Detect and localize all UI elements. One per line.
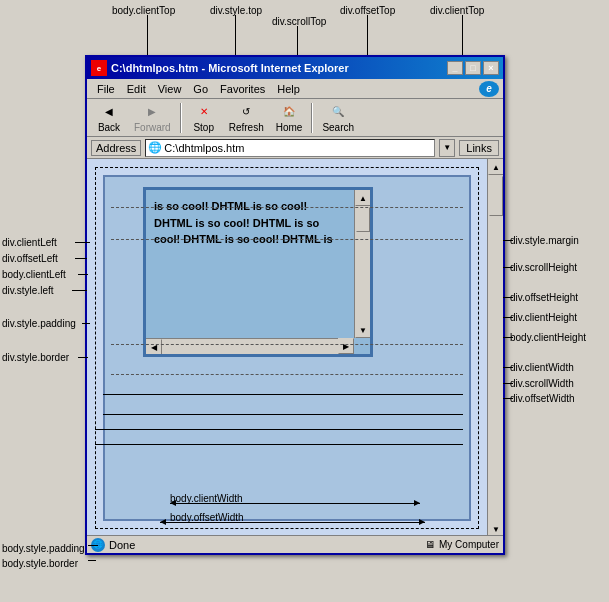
line-body-client-left: [78, 274, 88, 275]
line-div-style-border: [78, 357, 88, 358]
line-div-style-left: [72, 290, 87, 291]
arrow-left2: [160, 519, 166, 525]
status-right-text: My Computer: [439, 539, 499, 550]
line-div-client-width: [503, 367, 513, 368]
stop-icon: ✕: [194, 103, 214, 121]
label-div-offset-height: div.offsetHeight: [510, 292, 578, 303]
label-div-client-height: div.clientHeight: [510, 312, 577, 323]
main-container: body.clientTop div.style.top div.scrollT…: [0, 0, 609, 602]
content-area: is so cool! DHTML is so cool! DHTML is s…: [87, 159, 503, 553]
div-hscrollbar[interactable]: ◀ ▶: [146, 338, 354, 354]
label-body-style-padding: body.style.padding: [2, 543, 85, 554]
home-button[interactable]: 🏠 Home: [271, 100, 308, 136]
label-div-client-left: div.clientLeft: [2, 237, 57, 248]
arrow-right2: [419, 519, 425, 525]
forward-button[interactable]: ▶ Forward: [129, 100, 176, 136]
line-div-offset-top: [367, 15, 368, 57]
address-label: Address: [91, 140, 141, 156]
label-body-client-top: body.clientTop: [112, 5, 175, 16]
ie-logo: e: [479, 81, 499, 97]
address-value: C:\dhtmlpos.htm: [164, 142, 244, 154]
maximize-button[interactable]: □: [465, 61, 481, 75]
label-div-scroll-height: div.scrollHeight: [510, 262, 577, 273]
refresh-button[interactable]: ↺ Refresh: [224, 100, 269, 136]
toolbar-separator-1: [180, 103, 182, 133]
main-div[interactable]: is so cool! DHTML is so cool! DHTML is s…: [143, 187, 373, 357]
home-icon: 🏠: [279, 103, 299, 121]
menu-edit[interactable]: Edit: [121, 81, 152, 97]
line-div-style-top: [235, 15, 236, 57]
label-div-style-border: div.style.border: [2, 352, 69, 363]
back-icon: ◀: [99, 103, 119, 121]
measure-line-h3: [111, 344, 463, 345]
address-icon: 🌐 C:\dhtmlpos.htm: [145, 139, 435, 157]
browser-vscrollbar[interactable]: ▲ ▼: [487, 159, 503, 537]
back-button[interactable]: ◀ Back: [91, 100, 127, 136]
toolbar-separator-2: [311, 103, 313, 133]
label-div-style-margin: div.style.margin: [510, 235, 579, 246]
line-div-client-left: [75, 242, 90, 243]
title-bar: e C:\dhtmlpos.htm - Microsoft Internet E…: [87, 57, 503, 79]
menu-file[interactable]: File: [91, 81, 121, 97]
div-scroll-left[interactable]: ◀: [146, 339, 162, 355]
computer-icon: 🖥: [425, 539, 435, 550]
div-scroll-thumb-v[interactable]: [356, 207, 370, 232]
menu-favorites[interactable]: Favorites: [214, 81, 271, 97]
forward-icon: ▶: [142, 103, 162, 121]
label-body-client-left: body.clientLeft: [2, 269, 66, 280]
label-body-style-border: body.style.border: [2, 558, 78, 569]
status-text: Done: [109, 539, 425, 551]
measure-line-h8: [95, 444, 463, 445]
label-div-client-top2: div.clientTop: [430, 5, 484, 16]
refresh-icon: ↺: [236, 103, 256, 121]
ie-window: e C:\dhtmlpos.htm - Microsoft Internet E…: [85, 55, 505, 555]
label-div-offset-left: div.offsetLeft: [2, 253, 58, 264]
measure-line-h7: [95, 429, 463, 430]
label-div-client-width: div.clientWidth: [510, 362, 574, 373]
label-body-client-height: body.clientHeight: [510, 332, 586, 343]
line-div-scroll-width: [503, 383, 513, 384]
status-bar: 🌐 Done 🖥 My Computer: [87, 535, 503, 553]
label-div-style-padding: div.style.padding: [2, 318, 76, 329]
line-div-scroll-height: [503, 267, 513, 268]
arrow-left: [170, 500, 176, 506]
div-text: is so cool! DHTML is so cool! DHTML is s…: [154, 198, 346, 248]
menu-go[interactable]: Go: [187, 81, 214, 97]
line-body-offset-width: [160, 522, 425, 523]
arrow-right: [414, 500, 420, 506]
line-div-offset-height: [503, 297, 513, 298]
ie-icon: e: [91, 60, 107, 76]
line-div-offset-left: [75, 258, 87, 259]
search-button[interactable]: 🔍 Search: [317, 100, 359, 136]
toolbar: ◀ Back ▶ Forward ✕ Stop ↺ Refresh 🏠 Home: [87, 99, 503, 137]
line-div-offset-width: [503, 398, 513, 399]
address-dropdown[interactable]: ▼: [439, 139, 455, 157]
label-div-offset-width: div.offsetWidth: [510, 393, 575, 404]
browser-scroll-thumb[interactable]: [489, 176, 503, 216]
measure-line-h5: [103, 394, 463, 395]
div-content: is so cool! DHTML is so cool! DHTML is s…: [146, 190, 354, 338]
line-div-client-top2: [462, 15, 463, 57]
search-icon: 🔍: [328, 103, 348, 121]
line-body-style-padding: [88, 545, 98, 546]
menu-help[interactable]: Help: [271, 81, 306, 97]
line-div-style-margin: [503, 240, 513, 241]
line-div-client-height: [503, 317, 513, 318]
label-div-style-top: div.style.top: [210, 5, 262, 16]
browser-scroll-up-btn[interactable]: ▲: [488, 159, 503, 175]
links-button[interactable]: Links: [459, 140, 499, 156]
stop-button[interactable]: ✕ Stop: [186, 100, 222, 136]
div-scroll-up[interactable]: ▲: [355, 190, 371, 206]
window-title: C:\dhtmlpos.htm - Microsoft Internet Exp…: [111, 62, 447, 74]
label-div-scroll-width: div.scrollWidth: [510, 378, 574, 389]
minimize-button[interactable]: _: [447, 61, 463, 75]
div-vscrollbar[interactable]: ▲ ▼: [354, 190, 370, 338]
label-div-scroll-top: div.scrollTop: [272, 16, 326, 27]
line-body-client-height: [503, 337, 513, 338]
close-button[interactable]: ×: [483, 61, 499, 75]
div-scroll-right[interactable]: ▶: [338, 338, 354, 354]
div-scroll-down[interactable]: ▼: [355, 322, 371, 338]
menu-view[interactable]: View: [152, 81, 188, 97]
line-div-style-padding: [82, 323, 90, 324]
measure-line-h6: [103, 414, 463, 415]
